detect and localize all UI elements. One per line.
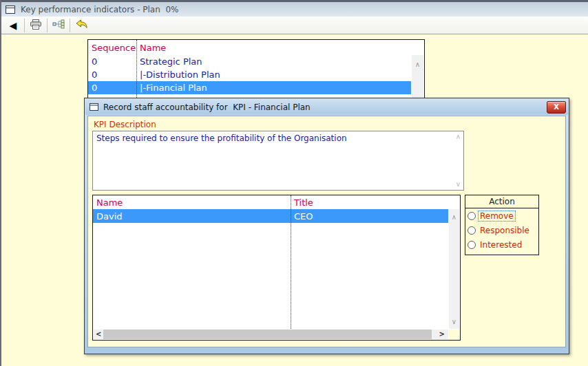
dialog-title: Record staff accountability for KPI - Fi… (103, 103, 311, 112)
org-chart-button[interactable] (50, 18, 67, 33)
radio-button-icon[interactable] (468, 226, 476, 235)
horizontal-scrollbar[interactable]: < > (94, 330, 448, 339)
kpi-description-label: KPI Description (94, 120, 156, 129)
back-icon: ◀ (10, 21, 17, 30)
scroll-up-icon[interactable]: ∧ (449, 213, 459, 222)
radio-option-responsible[interactable]: Responsible (465, 223, 538, 237)
staff-table-header: Name Title (93, 195, 460, 209)
action-panel-title: Action (465, 195, 538, 208)
toolbar-separator (24, 19, 25, 32)
kpi-description-value: Steps required to ensure the profitabili… (96, 133, 347, 143)
cell-name: |-Distribution Plan (136, 69, 220, 80)
dialog-titlebar[interactable]: Record staff accountability for KPI - Fi… (85, 99, 568, 115)
staff-accountability-dialog: Record staff accountability for KPI - Fi… (84, 98, 569, 354)
cell-name: Strategic Plan (136, 56, 202, 67)
column-divider (136, 40, 137, 99)
radio-option-interested[interactable]: Interested (465, 237, 538, 252)
vertical-scrollbar[interactable]: ∧ ∨ (449, 209, 459, 329)
scroll-down-icon[interactable]: ∨ (449, 318, 459, 326)
toolbar: ◀ (1, 17, 588, 34)
kpi-description-textarea[interactable]: Steps required to ensure the profitabili… (92, 131, 464, 191)
workspace: Sequence Name 0 Strategic Plan 0 |-Distr… (1, 34, 588, 365)
staff-row-selected[interactable]: David CEO (93, 209, 448, 223)
org-chart-icon (52, 19, 65, 31)
scrollbar-thumb[interactable] (103, 330, 432, 339)
radio-button-icon[interactable] (468, 212, 476, 220)
application-window: Key performance indicators - Plan 0% ◀ (0, 0, 588, 366)
cell-name: |-Financial Plan (136, 83, 207, 93)
column-header-title: Title (291, 197, 313, 208)
column-header-name: Name (93, 197, 291, 208)
undo-arrow-icon (74, 19, 88, 31)
window-titlebar[interactable]: Key performance indicators - Plan 0% (1, 2, 588, 17)
dialog-icon (90, 100, 98, 114)
printer-icon (30, 19, 42, 32)
staff-table: Name Title David CEO ∧ ∨ < > (92, 195, 461, 341)
window-title: Key performance indicators - Plan 0% (21, 5, 178, 14)
close-button[interactable]: X (547, 101, 566, 114)
kpi-table-header: Sequence Name (88, 40, 424, 55)
undo-button[interactable] (72, 18, 90, 33)
vertical-scrollbar[interactable]: ∧ (412, 55, 423, 98)
scrollbar-corner (449, 330, 459, 339)
radio-button-icon[interactable] (468, 241, 476, 249)
cell-sequence: 0 (88, 56, 136, 67)
action-panel: Action Remove Responsible Interested (465, 195, 539, 255)
scroll-down-icon[interactable]: ∨ (456, 181, 461, 188)
print-button[interactable] (27, 18, 45, 33)
scroll-left-icon[interactable]: < (96, 330, 101, 339)
column-divider (291, 195, 291, 329)
scroll-up-icon[interactable]: ∧ (456, 133, 461, 140)
radio-label: Remove (478, 211, 516, 222)
kpi-plan-table: Sequence Name 0 Strategic Plan 0 |-Distr… (87, 39, 425, 100)
scroll-up-icon[interactable]: ∧ (412, 61, 423, 69)
window-icon (6, 6, 15, 14)
column-header-sequence: Sequence (88, 43, 136, 53)
toolbar-separator (70, 19, 70, 32)
radio-option-remove[interactable]: Remove (465, 208, 538, 223)
column-header-name: Name (136, 43, 166, 53)
scroll-right-icon[interactable]: > (439, 330, 445, 339)
back-button[interactable]: ◀ (4, 18, 22, 33)
dialog-body: KPI Description Steps required to ensure… (87, 116, 566, 347)
cell-title: CEO (291, 211, 313, 222)
radio-label: Interested (478, 239, 524, 250)
cell-sequence: 0 (88, 69, 136, 80)
cell-name: David (93, 211, 291, 222)
cell-sequence: 0 (88, 83, 136, 93)
toolbar-separator (47, 19, 48, 32)
radio-label: Responsible (478, 225, 532, 236)
